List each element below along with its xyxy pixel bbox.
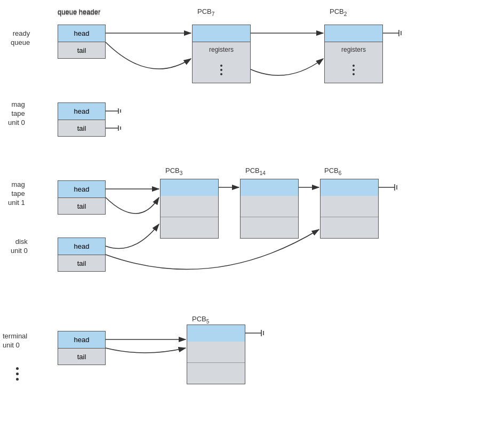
pcb6-top	[320, 179, 379, 196]
pcb3-label: PCB3	[165, 167, 182, 176]
pcb2-top	[324, 25, 383, 42]
terminal-dots	[16, 367, 19, 381]
diagram-container: queue header PCB7 PCB2 head tail readyqu…	[0, 0, 504, 435]
pcb7-dots	[192, 57, 251, 83]
pcb2-block: registers	[324, 25, 383, 83]
disk-unit-0-head: head	[58, 238, 106, 255]
mag-tape-1-block: head tail	[58, 180, 106, 215]
mag-tape-1-tail: tail	[58, 197, 106, 215]
pcb7-label: PCB7	[197, 7, 214, 17]
ready-queue-tail: tail	[58, 42, 106, 59]
disk-unit-0-tail: tail	[58, 255, 106, 272]
terminal-unit-0-label: terminalunit 0	[0, 332, 27, 350]
disk-unit-0-label: diskunit 0	[11, 238, 28, 256]
pcb3-body	[160, 196, 219, 239]
pcb2-dots	[324, 57, 383, 83]
terminal-unit-0-tail: tail	[58, 348, 106, 365]
terminal-unit-0-block: head tail	[58, 331, 106, 365]
pcb14-label: PCB14	[245, 167, 266, 176]
pcb5-top	[187, 325, 245, 342]
pcb6-block	[320, 179, 379, 239]
mag-tape-1-head: head	[58, 180, 106, 197]
pcb14-block	[240, 179, 299, 239]
mag-tape-0-head: head	[58, 102, 106, 120]
mag-tape-0-block: head tail	[58, 102, 106, 137]
pcb2-registers: registers	[324, 42, 383, 57]
pcb2-label: PCB2	[330, 7, 347, 17]
ready-queue-label: readyqueue	[11, 29, 30, 48]
pcb3-top	[160, 179, 219, 196]
pcb14-body	[240, 196, 299, 239]
terminal-unit-0-head: head	[58, 331, 106, 348]
pcb5-label: PCB5	[192, 315, 209, 325]
pcb6-label: PCB6	[324, 167, 341, 176]
ready-queue-block: head tail	[58, 25, 106, 59]
mag-tape-0-label: magtapeunit 0	[8, 100, 25, 128]
pcb14-top	[240, 179, 299, 196]
disk-unit-0-block: head tail	[58, 238, 106, 272]
pcb5-body	[187, 342, 245, 384]
pcb5-block	[187, 325, 245, 384]
queue-header-text: queue header	[58, 9, 100, 17]
pcb7-top	[192, 25, 251, 42]
ready-queue-head: head	[58, 25, 106, 42]
pcb3-block	[160, 179, 219, 239]
pcb7-registers: registers	[192, 42, 251, 57]
pcb6-body	[320, 196, 379, 239]
pcb7-block: registers	[192, 25, 251, 83]
mag-tape-0-tail: tail	[58, 120, 106, 137]
mag-tape-1-label: magtapeunit 1	[8, 180, 25, 208]
